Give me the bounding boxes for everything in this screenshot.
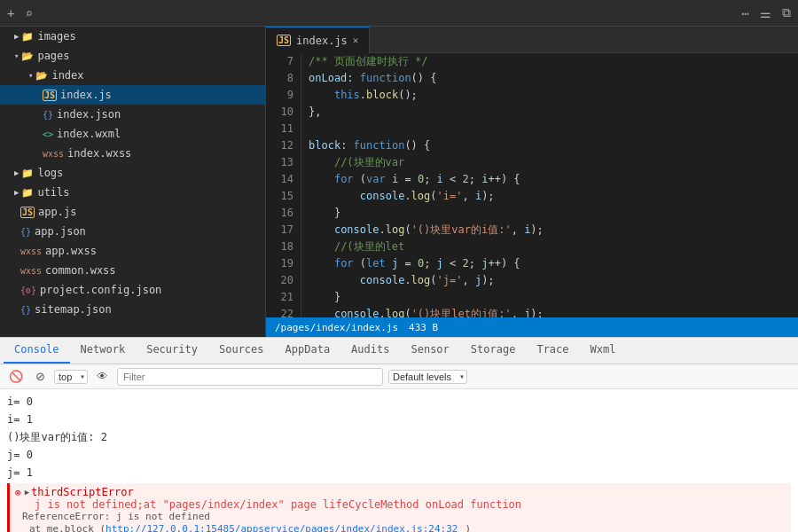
devtools-panel: Console Network Security Sources AppData… <box>0 337 798 532</box>
panel-icon[interactable]: ⚌ <box>760 6 771 20</box>
console-toolbar: 🚫 ⊘ top 👁 Default levels <box>0 364 798 389</box>
tab-network[interactable]: Network <box>70 337 137 364</box>
sidebar-item-label: project.config.json <box>40 284 161 296</box>
tab-close-button[interactable]: ✕ <box>353 35 359 46</box>
sidebar-item-app-wxss[interactable]: wxss app.wxss <box>0 241 265 261</box>
sidebar-item-label: pages <box>37 50 69 62</box>
tab-audits[interactable]: Audits <box>340 337 400 364</box>
sidebar-item-label: index.wxml <box>57 128 121 140</box>
top-toolbar: + ⌕ ⋯ ⚌ ⧉ <box>0 0 798 27</box>
json-file-icon: {} <box>43 110 53 120</box>
sidebar-item-index-wxml[interactable]: <> index.wxml <box>0 124 265 144</box>
code-content: 7891011 1213141516 1718192021 222324 /**… <box>266 53 798 317</box>
eye-button[interactable]: 👁 <box>93 368 112 385</box>
tab-security[interactable]: Security <box>136 337 208 364</box>
js-tab-icon: JS <box>277 35 291 46</box>
sidebar-item-label: index <box>51 69 83 82</box>
wxss-file-icon: wxss <box>20 266 42 276</box>
tab-label: Audits <box>351 343 389 356</box>
sidebar-item-label: logs <box>37 167 63 179</box>
error-stack-1: ReferenceError: j is not defined <box>22 511 786 522</box>
sidebar-item-index-js[interactable]: JS index.js <box>0 85 265 105</box>
sidebar-item-pages[interactable]: ▾ 📂 pages <box>0 46 265 66</box>
tab-label: index.js <box>296 35 348 47</box>
tab-sensor[interactable]: Sensor <box>400 337 459 364</box>
search-icon[interactable]: ⌕ <box>25 6 32 20</box>
js-file-icon: JS <box>43 90 57 101</box>
tab-console[interactable]: Console <box>4 337 70 364</box>
tab-label: Console <box>14 343 59 356</box>
sidebar-item-label: index.json <box>57 108 121 121</box>
sidebar-item-label: utils <box>37 186 69 199</box>
levels-select[interactable]: Default levels <box>388 370 467 384</box>
sidebar-item-index-json[interactable]: {} index.json <box>0 105 265 124</box>
sidebar-item-label: sitemap.json <box>35 303 112 316</box>
console-line: ()块里var的i值: 2 <box>7 428 791 446</box>
folder-icon: 📁 <box>21 187 34 199</box>
wxss-file-icon: wxss <box>20 246 42 256</box>
sidebar-item-project-config[interactable]: {⚙} project.config.json <box>0 280 265 300</box>
sidebar-item-label: app.js <box>38 206 76 218</box>
console-line: j= 0 <box>7 446 791 464</box>
status-bar: /pages/index/index.js 433 B <box>266 317 798 337</box>
tab-appdata[interactable]: AppData <box>275 337 341 364</box>
editor-tab-index-js[interactable]: JS index.js ✕ <box>266 27 370 53</box>
js-file-icon: JS <box>20 207 35 218</box>
sidebar-item-app-js[interactable]: JS app.js <box>0 202 265 222</box>
error-title: thirdScriptError <box>31 486 134 498</box>
devtools-tab-bar: Console Network Security Sources AppData… <box>0 338 798 364</box>
sidebar-item-utils[interactable]: ▶ 📁 utils <box>0 183 265 202</box>
code-text: /** 页面创建时执行 */ onLoad: function() { this… <box>301 53 798 317</box>
context-select[interactable]: top <box>54 370 88 384</box>
folder-icon: 📁 <box>21 31 34 43</box>
context-select-wrapper: top <box>54 370 88 384</box>
more-icon[interactable]: ⋯ <box>742 6 749 20</box>
console-line: i= 0 <box>7 393 791 411</box>
sidebar-item-index-wxss[interactable]: wxss index.wxss <box>0 144 265 163</box>
sidebar-item-logs[interactable]: ▶ 📁 logs <box>0 163 265 183</box>
levels-wrapper: Default levels <box>388 370 467 384</box>
json-file-icon: {} <box>20 227 31 237</box>
stop-button[interactable]: ⊘ <box>32 368 49 385</box>
sidebar-item-index-folder[interactable]: ▾ 📂 index <box>0 66 265 85</box>
device-icon[interactable]: ⧉ <box>782 5 791 20</box>
sidebar-item-images[interactable]: ▶ 📁 images <box>0 27 265 46</box>
editor-tab-bar: JS index.js ✕ <box>266 27 798 53</box>
error-link-1[interactable]: http://127.0.0.1:15485/appservice/pages/… <box>106 523 458 532</box>
clear-console-button[interactable]: 🚫 <box>5 368 27 385</box>
tab-wxml[interactable]: Wxml <box>580 337 627 364</box>
tab-label: Sources <box>219 343 264 356</box>
sidebar-item-label: common.wxss <box>45 264 115 277</box>
folder-open-icon: 📂 <box>21 51 34 62</box>
tab-sources[interactable]: Sources <box>208 337 275 364</box>
sidebar-item-label: app.json <box>35 225 86 238</box>
sidebar-item-label: index.wxss <box>67 147 131 160</box>
tab-trace[interactable]: Trace <box>526 337 579 364</box>
folder-open-icon: 📂 <box>35 70 48 82</box>
sidebar-item-sitemap-json[interactable]: {} sitemap.json <box>0 300 265 319</box>
tab-storage[interactable]: Storage <box>460 337 527 364</box>
sidebar-item-label: images <box>37 30 75 43</box>
chevron-right-icon: ▶ <box>14 188 19 197</box>
file-size: 433 B <box>409 322 438 333</box>
filter-input[interactable] <box>117 368 383 386</box>
tab-label: AppData <box>286 343 331 356</box>
file-path: /pages/index/index.js <box>275 322 398 333</box>
console-output: i= 0 i= 1 ()块里var的i值: 2 j= 0 j= 1 ⊗ ▶ th… <box>0 389 798 532</box>
json-file-icon: {} <box>20 305 31 315</box>
tab-label: Network <box>81 343 126 356</box>
chevron-right-icon: ▶ <box>14 168 19 177</box>
sidebar-item-label: index.js <box>60 89 112 101</box>
error-detail: j is not defined;at "pages/index/index" … <box>35 498 786 511</box>
expand-icon[interactable]: ▶ <box>25 488 29 497</box>
add-icon[interactable]: + <box>7 6 14 20</box>
tab-label: Wxml <box>591 343 616 356</box>
sidebar-item-label: app.wxss <box>45 245 97 257</box>
console-line: i= 1 <box>7 411 791 428</box>
sidebar-item-common-wxss[interactable]: wxss common.wxss <box>0 261 265 280</box>
console-error-block: ⊗ ▶ thirdScriptError j is not defined;at… <box>7 483 791 532</box>
sidebar-item-app-json[interactable]: {} app.json <box>0 222 265 241</box>
error-stack-2: at me.block (http://127.0.0.1:15485/apps… <box>22 522 786 532</box>
main-area: ▶ 📁 images ▾ 📂 pages ▾ 📂 index JS index.… <box>0 27 798 337</box>
error-icon: ⊗ <box>15 487 21 498</box>
